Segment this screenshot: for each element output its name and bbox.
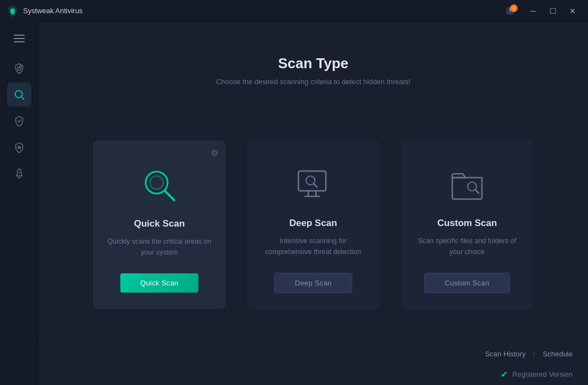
quick-scan-title: Quick Scan — [134, 218, 185, 229]
footer-divider: | — [533, 350, 535, 358]
window-controls: 1 ─ ☐ ✕ — [501, 3, 581, 19]
shield-check-icon — [13, 115, 25, 127]
custom-scan-card[interactable]: Custom Scan Scan specific files and fold… — [401, 140, 533, 309]
svg-rect-8 — [298, 171, 326, 191]
page-subtitle: Choose the desired scanning criteria to … — [38, 78, 588, 86]
sidebar-item-protection[interactable] — [7, 56, 31, 80]
app-icon — [7, 5, 19, 17]
deep-scan-icon — [291, 163, 335, 207]
svg-point-4 — [18, 172, 20, 173]
deep-scan-button[interactable]: Deep Scan — [274, 273, 352, 293]
registered-text: Registered Version — [512, 370, 573, 378]
svg-point-6 — [150, 176, 163, 189]
app-title: Systweak Antivirus — [23, 7, 82, 15]
footer: Scan History | Schedule — [38, 342, 588, 364]
svg-line-15 — [475, 190, 479, 193]
main-layout: Scan Type Choose the desired scanning cr… — [0, 22, 588, 385]
notification-badge: 1 — [510, 4, 518, 12]
hamburger-menu[interactable] — [7, 28, 31, 50]
custom-scan-button[interactable]: Custom Scan — [424, 273, 509, 293]
card-settings-icon[interactable]: ⚙ — [210, 148, 218, 158]
custom-scan-title: Custom Scan — [437, 218, 497, 229]
schedule-link[interactable]: Schedule — [543, 350, 573, 358]
close-button[interactable]: ✕ — [564, 3, 581, 19]
content-area: Scan Type Choose the desired scanning cr… — [38, 22, 588, 385]
rocket-icon — [13, 168, 25, 180]
minimize-button[interactable]: ─ — [524, 3, 542, 19]
quick-scan-card[interactable]: ⚙ Quick Scan Quickly scans the critical … — [93, 141, 225, 309]
shield-block-icon — [13, 141, 25, 153]
deep-scan-title: Deep Scan — [290, 218, 337, 229]
sidebar — [0, 22, 38, 385]
scan-history-link[interactable]: Scan History — [485, 350, 526, 358]
quick-scan-button[interactable]: Quick Scan — [120, 273, 198, 293]
sidebar-item-security[interactable] — [7, 109, 31, 133]
custom-scan-desc: Scan specific files and folders of your … — [413, 235, 522, 257]
page-header: Scan Type Choose the desired scanning cr… — [38, 22, 588, 108]
page-title: Scan Type — [38, 55, 588, 72]
notification-button[interactable]: 1 — [501, 3, 519, 19]
titlebar: Systweak Antivirus 1 ─ ☐ ✕ — [0, 0, 588, 22]
search-icon — [13, 89, 25, 101]
deep-scan-desc: Intensive scanning for comprehensive thr… — [259, 235, 368, 257]
deep-scan-card[interactable]: Deep Scan Intensive scanning for compreh… — [247, 140, 379, 309]
quick-scan-desc: Quickly scans the critical areas on your… — [105, 236, 214, 258]
maximize-button[interactable]: ☐ — [544, 3, 562, 19]
footer-links: Scan History | Schedule — [485, 350, 573, 358]
shield-lock-icon — [13, 62, 25, 74]
registered-icon: ✔ — [501, 369, 508, 380]
sidebar-item-block[interactable] — [7, 135, 31, 160]
hamburger-icon — [14, 35, 25, 42]
svg-line-13 — [314, 184, 317, 187]
svg-rect-1 — [18, 68, 21, 70]
sidebar-item-boost[interactable] — [7, 162, 31, 186]
app-logo: Systweak Antivirus — [7, 5, 82, 17]
scan-cards-container: ⚙ Quick Scan Quickly scans the critical … — [38, 108, 588, 342]
sidebar-item-scan[interactable] — [7, 82, 31, 107]
svg-line-7 — [165, 191, 174, 200]
bottom-bar: ✔ Registered Version — [38, 364, 588, 385]
quick-scan-icon — [137, 163, 181, 207]
custom-scan-icon — [445, 163, 489, 207]
